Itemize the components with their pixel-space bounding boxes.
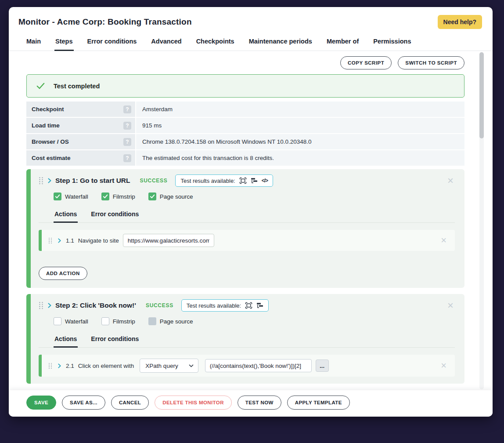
selector-more-button[interactable]: ... [316, 359, 329, 372]
drag-handle-icon[interactable] [39, 301, 43, 309]
checkbox-label: Waterfall [65, 193, 88, 200]
steps-tab-content: COPY SCRIPT SWITCH TO SCRIPT Test comple… [9, 51, 493, 390]
tab-steps[interactable]: Steps [54, 33, 74, 51]
step-title: Step 1: Go to start URL [55, 177, 130, 185]
detail-value: Amsterdam [136, 102, 464, 117]
status-badge: SUCCESS [146, 302, 173, 309]
checkbox-checked-icon [148, 192, 156, 200]
tab-maintenance-periods[interactable]: Maintenance periods [248, 33, 313, 51]
add-action-button[interactable]: ADD ACTION [39, 267, 87, 280]
checkbox-checked-icon [54, 192, 61, 200]
action-number: 1.1 [66, 237, 74, 244]
waterfall-checkbox[interactable]: Waterfall [54, 192, 88, 200]
chevron-right-icon[interactable] [48, 303, 51, 308]
detail-label: Checkpoint [32, 106, 123, 113]
monitor-editor-window: Monitor - Acme Corp: Booking Transaction… [9, 7, 493, 417]
tab-error-conditions[interactable]: Error conditions [86, 33, 138, 51]
table-row: Browser / OS ? Chrome 138.0.7204.158 on … [26, 134, 464, 149]
detail-label: Load time [32, 122, 123, 129]
delete-monitor-button[interactable]: DELETE THIS MONITOR [155, 396, 232, 410]
delete-action-icon[interactable]: × [439, 236, 448, 244]
detail-label: Cost estimate [32, 155, 123, 161]
selector-type-value: XPath query [145, 363, 178, 369]
results-label: Test results available: [180, 178, 235, 184]
tab-permissions[interactable]: Permissions [372, 33, 412, 51]
results-label: Test results available: [187, 302, 241, 309]
chevron-right-icon[interactable] [48, 178, 51, 183]
checkbox-unchecked-icon [101, 317, 109, 325]
source-code-icon[interactable]: </> [262, 178, 268, 184]
delete-step-icon[interactable]: × [446, 301, 455, 309]
cancel-button[interactable]: CANCEL [111, 396, 149, 410]
scrollbar-thumb[interactable] [479, 52, 484, 138]
chevron-right-icon[interactable] [58, 238, 61, 243]
main-tabbar: Main Steps Error conditions Advanced Che… [9, 32, 493, 51]
step-accent-bar [26, 294, 31, 384]
checkbox-label: Page source [160, 193, 193, 200]
detail-value: The estimated cost for this transaction … [136, 150, 464, 166]
drag-handle-icon[interactable] [39, 177, 43, 185]
test-completed-banner: Test completed [26, 74, 464, 98]
waterfall-icon[interactable] [256, 302, 263, 309]
help-icon[interactable]: ? [123, 138, 131, 146]
page-title: Monitor - Acme Corp: Booking Transaction [18, 17, 192, 27]
screenshot-icon[interactable] [245, 302, 252, 309]
waterfall-icon[interactable] [251, 178, 258, 184]
tab-step-error-conditions[interactable]: Error conditions [90, 207, 140, 222]
tab-checkpoints[interactable]: Checkpoints [195, 33, 235, 51]
step-card-2: Step 2: Click 'Book now!' SUCCESS Test r… [26, 294, 464, 384]
detail-label: Browser / OS [32, 138, 123, 145]
tab-actions[interactable]: Actions [54, 332, 78, 347]
step-output-options: Waterfall Filmstrip Page source [54, 192, 455, 200]
action-label: Navigate to site [78, 237, 119, 244]
step-output-options: Waterfall Filmstrip Page source [54, 317, 455, 325]
save-as-button[interactable]: SAVE AS... [62, 396, 105, 410]
checkbox-unchecked-icon [54, 317, 61, 325]
tab-actions[interactable]: Actions [54, 207, 78, 222]
drag-handle-icon[interactable] [48, 363, 52, 369]
banner-text: Test completed [54, 83, 100, 90]
checkbox-label: Waterfall [65, 318, 88, 325]
filmstrip-checkbox[interactable]: Filmstrip [101, 317, 135, 325]
tab-advanced[interactable]: Advanced [150, 33, 182, 51]
help-icon[interactable]: ? [123, 105, 131, 113]
tab-main[interactable]: Main [25, 33, 42, 51]
save-button[interactable]: SAVE [26, 396, 56, 410]
table-row: Load time ? 915 ms [26, 118, 464, 133]
copy-script-button[interactable]: COPY SCRIPT [340, 56, 392, 69]
help-icon[interactable]: ? [123, 122, 131, 130]
screenshot-icon[interactable] [239, 177, 247, 184]
selector-type-select[interactable]: XPath query [140, 359, 198, 373]
delete-step-icon[interactable]: × [446, 176, 455, 185]
chevron-right-icon[interactable] [58, 363, 61, 368]
script-button-row: COPY SCRIPT SWITCH TO SCRIPT [26, 56, 464, 69]
switch-to-script-button[interactable]: SWITCH TO SCRIPT [398, 56, 464, 69]
step-header: Step 2: Click 'Book now!' SUCCESS Test r… [39, 299, 455, 312]
checkbox-label: Filmstrip [113, 318, 135, 325]
need-help-button[interactable]: Need help? [438, 15, 482, 29]
test-now-button[interactable]: TEST NOW [238, 396, 281, 410]
delete-action-icon[interactable]: × [439, 362, 448, 370]
detail-value: Chrome 138.0.7204.158 on Microsoft Windo… [136, 134, 464, 149]
navigate-url-input[interactable] [123, 234, 214, 247]
waterfall-checkbox[interactable]: Waterfall [54, 317, 88, 325]
checkbox-label: Page source [160, 318, 193, 325]
help-icon[interactable]: ? [123, 154, 131, 162]
page-source-checkbox-disabled[interactable]: Page source [148, 317, 193, 325]
apply-template-button[interactable]: APPLY TEMPLATE [287, 396, 350, 410]
step-card-1: Step 1: Go to start URL SUCCESS Test res… [26, 169, 464, 288]
page-source-checkbox[interactable]: Page source [148, 192, 193, 200]
action-number: 2.1 [66, 363, 74, 369]
step-accent-bar [26, 169, 31, 288]
action-label: Click on element with [78, 363, 134, 369]
test-results-box: Test results available: </> [175, 174, 273, 187]
tab-member-of[interactable]: Member of [326, 33, 360, 51]
xpath-query-input[interactable] [205, 359, 312, 372]
tab-step-error-conditions[interactable]: Error conditions [90, 332, 140, 347]
window-header: Monitor - Acme Corp: Booking Transaction… [9, 7, 493, 32]
action-row-1-1: 1.1 Navigate to site × [39, 230, 455, 251]
table-row: Cost estimate ? The estimated cost for t… [26, 150, 464, 166]
drag-handle-icon[interactable] [48, 237, 52, 244]
filmstrip-checkbox[interactable]: Filmstrip [101, 192, 135, 200]
action-accent-bar [39, 355, 42, 377]
